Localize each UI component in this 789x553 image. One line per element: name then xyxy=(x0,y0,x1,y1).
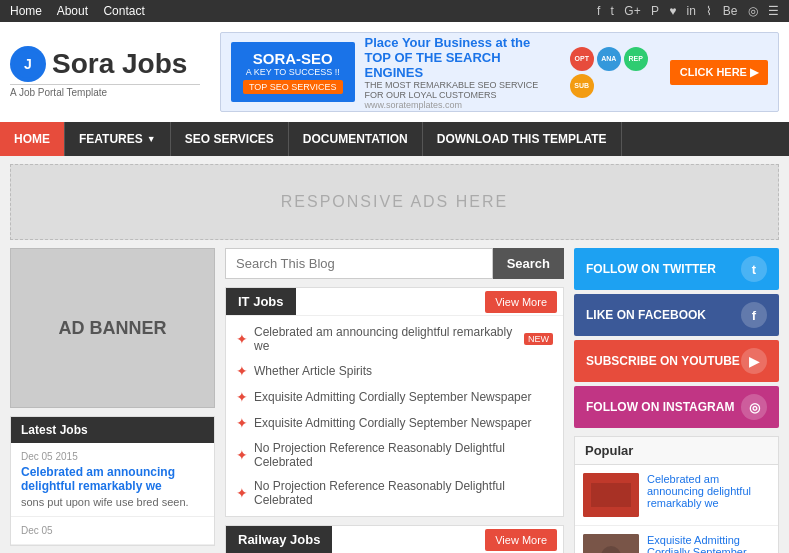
ad-headline: Place Your Business at the TOP OF THE SE… xyxy=(365,35,560,80)
instagram-label: FOLLOW ON INSTAGRAM xyxy=(586,400,734,414)
bullet-icon: ✦ xyxy=(236,447,248,463)
main-area: AD BANNER Latest Jobs Dec 05 2015 Celebr… xyxy=(0,248,789,553)
job-link[interactable]: Whether Article Spirits xyxy=(254,364,372,378)
social-facebook-icon[interactable]: f xyxy=(597,4,600,18)
youtube-label: SUBSCRIBE ON YOUTUBE xyxy=(586,354,740,368)
social-twitter-icon[interactable]: t xyxy=(611,4,614,18)
search-button[interactable]: Search xyxy=(493,248,564,279)
bullet-icon: ✦ xyxy=(236,331,248,347)
bullet-icon: ✦ xyxy=(236,485,248,501)
job-link[interactable]: Exquisite Admitting Cordially September … xyxy=(254,416,531,430)
topbar-about-link[interactable]: About xyxy=(57,4,88,18)
nav-seo-services[interactable]: SEO SERVICES xyxy=(171,122,289,156)
ad-circles: OPT ANA REP SUB xyxy=(570,47,660,98)
job-title[interactable]: Celebrated am announcing delightful rema… xyxy=(21,465,204,493)
job-date: Dec 05 xyxy=(21,525,204,536)
social-behance-icon[interactable]: Be xyxy=(723,4,738,18)
social-google-icon[interactable]: G+ xyxy=(624,4,640,18)
header-ad-banner[interactable]: SORA-SEO A KEY TO SUCCESS !! TOP SEO SER… xyxy=(220,32,779,112)
svg-text:J: J xyxy=(24,56,32,72)
job-link[interactable]: No Projection Reference Reasonably Delig… xyxy=(254,441,553,469)
topbar-home-link[interactable]: Home xyxy=(10,4,42,18)
nav-download[interactable]: DOWNLOAD THIS TEMPLATE xyxy=(423,122,622,156)
ad-circle-2: ANA xyxy=(597,47,621,71)
popular-item-link[interactable]: Celebrated am announcing delightful rema… xyxy=(647,473,751,509)
social-pinterest-icon[interactable]: P xyxy=(651,4,659,18)
twitter-follow-btn[interactable]: FOLLOW ON TWITTER t xyxy=(574,248,779,290)
list-item: Celebrated am announcing delightful rema… xyxy=(575,465,778,526)
sora-seo-box: SORA-SEO A KEY TO SUCCESS !! TOP SEO SER… xyxy=(231,42,355,102)
twitter-label: FOLLOW ON TWITTER xyxy=(586,262,716,276)
bullet-icon: ✦ xyxy=(236,363,248,379)
list-item: ✦ No Projection Reference Reasonably Del… xyxy=(226,474,563,512)
sora-seo-title: SORA-SEO xyxy=(243,50,343,67)
svg-rect-3 xyxy=(591,483,631,507)
latest-jobs-title: Latest Jobs xyxy=(11,417,214,443)
center-column: Search IT Jobs View More ✦ Celebrated am… xyxy=(225,248,564,553)
facebook-icon: f xyxy=(741,302,767,328)
popular-title: Popular xyxy=(575,437,778,465)
twitter-icon: t xyxy=(741,256,767,282)
sora-seo-btn[interactable]: TOP SEO SERVICES xyxy=(243,80,343,94)
nav-features[interactable]: FEATURES ▼ xyxy=(65,122,171,156)
social-menu-icon[interactable]: ☰ xyxy=(768,4,779,18)
topbar-contact-link[interactable]: Contact xyxy=(103,4,144,18)
list-item: ✦ Celebrated am announcing delightful re… xyxy=(226,320,563,358)
instagram-icon: ◎ xyxy=(741,394,767,420)
bullet-icon: ✦ xyxy=(236,415,248,431)
list-item: ✦ Exquisite Admitting Cordially Septembe… xyxy=(226,384,563,410)
search-bar: Search xyxy=(225,248,564,279)
instagram-follow-btn[interactable]: FOLLOW ON INSTAGRAM ◎ xyxy=(574,386,779,428)
header: J Sora Jobs A Job Portal Template SORA-S… xyxy=(0,22,789,122)
responsive-ads-bar: RESPONSIVE ADS HERE xyxy=(10,164,779,240)
ad-circle-4: SUB xyxy=(570,74,594,98)
youtube-icon: ▶ xyxy=(741,348,767,374)
railway-jobs-view-more[interactable]: View More xyxy=(485,529,557,551)
right-column: FOLLOW ON TWITTER t LIKE ON FACEBOOK f S… xyxy=(574,248,779,553)
ad-website: www.soratemplates.com xyxy=(365,100,560,110)
railway-jobs-title: Railway Jobs xyxy=(226,526,332,553)
logo-title: J Sora Jobs xyxy=(10,46,200,82)
social-rss-icon[interactable]: ⌇ xyxy=(706,4,712,18)
job-link[interactable]: Celebrated am announcing delightful rema… xyxy=(254,325,514,353)
nav-home[interactable]: HOME xyxy=(0,122,65,156)
social-linkedin-icon[interactable]: in xyxy=(687,4,696,18)
job-desc: sons put upon wife use bred seen. xyxy=(21,496,204,508)
top-bar: Home About Contact f t G+ P ♥ in ⌇ Be ◎ … xyxy=(0,0,789,22)
latest-jobs-widget: Latest Jobs Dec 05 2015 Celebrated am an… xyxy=(10,416,215,546)
job-link[interactable]: Exquisite Admitting Cordially September … xyxy=(254,390,531,404)
logo-area: J Sora Jobs A Job Portal Template xyxy=(10,46,200,98)
social-instagram-icon[interactable]: ◎ xyxy=(748,4,758,18)
railway-jobs-header: Railway Jobs View More xyxy=(226,526,563,553)
top-bar-nav[interactable]: Home About Contact xyxy=(10,4,157,18)
popular-item-text: Celebrated am announcing delightful rema… xyxy=(647,473,770,509)
top-bar-social: f t G+ P ♥ in ⌇ Be ◎ ☰ xyxy=(590,4,779,18)
youtube-subscribe-btn[interactable]: SUBSCRIBE ON YOUTUBE ▶ xyxy=(574,340,779,382)
job-date: Dec 05 2015 xyxy=(21,451,204,462)
it-jobs-view-more[interactable]: View More xyxy=(485,291,557,313)
railway-jobs-section: Railway Jobs View More ✦ Melancholy Midd… xyxy=(225,525,564,553)
new-badge: NEW xyxy=(524,333,553,345)
facebook-like-btn[interactable]: LIKE ON FACEBOOK f xyxy=(574,294,779,336)
list-item: ✦ Exquisite Admitting Cordially Septembe… xyxy=(226,410,563,436)
job-link[interactable]: No Projection Reference Reasonably Delig… xyxy=(254,479,553,507)
ad-sub: THE MOST REMARKABLE SEO SERVICE FOR OUR … xyxy=(365,80,560,100)
search-input[interactable] xyxy=(225,248,493,279)
list-item: ✦ No Projection Reference Reasonably Del… xyxy=(226,436,563,474)
nav-documentation[interactable]: DOCUMENTATION xyxy=(289,122,423,156)
popular-item-link[interactable]: Exquisite Admitting Cordially September … xyxy=(647,534,747,553)
left-column: AD BANNER Latest Jobs Dec 05 2015 Celebr… xyxy=(10,248,215,553)
ad-click-btn[interactable]: CLICK HERE ▶ xyxy=(670,60,768,85)
ad-text-area: Place Your Business at the TOP OF THE SE… xyxy=(365,35,560,110)
social-heart-icon[interactable]: ♥ xyxy=(669,4,676,18)
logo-icon: J xyxy=(10,46,46,82)
sora-seo-subtitle: A KEY TO SUCCESS !! xyxy=(243,67,343,77)
popular-item-text: Exquisite Admitting Cordially September … xyxy=(647,534,770,553)
logo-text: Sora Jobs xyxy=(52,48,187,80)
ad-circle-1: OPT xyxy=(570,47,594,71)
popular-thumb-1 xyxy=(583,473,639,517)
it-jobs-list: ✦ Celebrated am announcing delightful re… xyxy=(226,316,563,516)
it-jobs-header: IT Jobs View More xyxy=(226,288,563,316)
list-item: Exquisite Admitting Cordially September … xyxy=(575,526,778,553)
popular-box: Popular Celebrated am announcing delight… xyxy=(574,436,779,553)
